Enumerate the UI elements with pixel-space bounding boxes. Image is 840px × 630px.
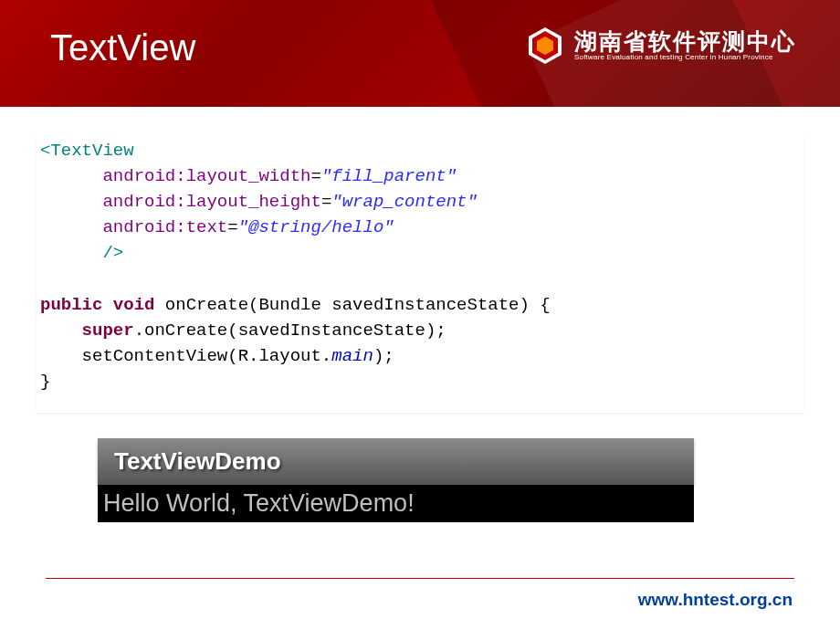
java-kw-void: void — [113, 295, 155, 315]
java-close: } — [40, 372, 50, 392]
code-block: <TextView android:layout_width="fill_par… — [37, 134, 803, 413]
java-line3-post: ); — [373, 346, 394, 366]
slide-header: TextView 湖南省软件评测中心 Software Evaluation a… — [0, 0, 840, 107]
java-kw-public: public — [40, 295, 102, 315]
java-line3-id: main — [331, 346, 373, 366]
java-sig: onCreate(Bundle savedInstanceState) { — [154, 295, 550, 315]
demo-title: TextViewDemo — [114, 447, 281, 475]
android-demo: TextViewDemo Hello World, TextViewDemo! — [98, 438, 694, 522]
xml-attr2-name: android:layout_height — [102, 192, 320, 212]
slide-content: <TextView android:layout_width="fill_par… — [0, 107, 840, 531]
xml-attr3-val: "@string/hello" — [238, 217, 394, 237]
footer-url: www.hntest.org.cn — [638, 590, 793, 610]
java-kw-super: super — [82, 320, 134, 341]
demo-text: Hello World, TextViewDemo! — [103, 489, 415, 517]
hexagon-logo-icon — [525, 26, 565, 66]
slide-title: TextView — [50, 27, 195, 68]
xml-attr1-val: "fill_parent" — [321, 166, 457, 186]
xml-tag-open: <TextView — [40, 141, 134, 161]
demo-titlebar: TextViewDemo — [98, 438, 694, 485]
java-line2: .onCreate(savedInstanceState); — [134, 320, 446, 341]
xml-attr2-val: "wrap_content" — [331, 192, 478, 212]
java-line3-pre: setContentView(R.layout. — [82, 346, 332, 366]
demo-body: Hello World, TextViewDemo! — [98, 485, 694, 522]
xml-attr3-name: android:text — [102, 217, 227, 237]
org-name: 湖南省软件评测中心 — [574, 30, 796, 53]
xml-tag-close: /> — [102, 243, 123, 263]
org-subtitle: Software Evaluation and testing Center i… — [574, 53, 796, 62]
xml-attr1-name: android:layout_width — [102, 166, 310, 186]
footer-divider — [46, 578, 794, 579]
org-logo-block: 湖南省软件评测中心 Software Evaluation and testin… — [525, 26, 796, 66]
